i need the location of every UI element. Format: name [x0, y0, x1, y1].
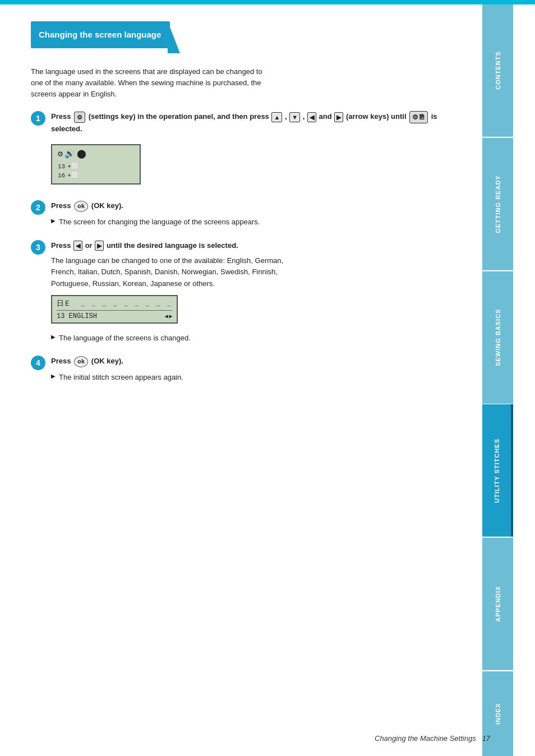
- settings-key-icon: ⚙: [74, 112, 85, 123]
- sidebar-tab-index[interactable]: INDEX: [482, 671, 513, 756]
- page-layout: Changing the screen language The languag…: [0, 4, 535, 756]
- section-title: Changing the screen language: [39, 30, 161, 39]
- lcd-icon-3: ⬤: [77, 149, 86, 160]
- page-footer: Changing the Machine Settings 17: [375, 734, 490, 743]
- sidebar-tab-appendix[interactable]: APPENDIX: [482, 538, 513, 670]
- right-arrow-key-3: ▶: [95, 241, 104, 251]
- step-1-content: Press ⚙ (settings key) in the operation …: [51, 111, 465, 190]
- step-4-instruction: Press ok (OK key).: [51, 356, 465, 367]
- footer-page-num: 17: [482, 734, 490, 743]
- step-4-bullet-1: The initial stitch screen appears again.: [51, 372, 465, 383]
- down-arrow-key: ▼: [289, 112, 300, 123]
- step-2-circle: 2: [31, 200, 45, 215]
- step-2-instruction: Press ok (OK key).: [51, 200, 465, 212]
- step-3-instruction: Press ◀ or ▶ until the desired language …: [51, 240, 465, 251]
- main-content: Changing the screen language The languag…: [0, 4, 482, 756]
- step-1-instruction: Press ⚙ (settings key) in the operation …: [51, 111, 465, 135]
- intro-text: The language used in the screens that ar…: [31, 66, 272, 100]
- step-2-content: Press ok (OK key). The screen for changi…: [51, 200, 465, 229]
- ok-key-step2: ok: [74, 201, 88, 213]
- sidebar-tab-contents[interactable]: CONTENTS: [482, 4, 513, 137]
- left-arrow-key: ◀: [307, 112, 316, 123]
- top-bar: [0, 0, 535, 4]
- up-arrow-key: ▲: [271, 112, 282, 123]
- lcd-lang-bottom: 13 ENGLISH ◀ ▶: [57, 312, 172, 320]
- left-arrow-key-3: ◀: [73, 241, 82, 251]
- lcd-lang-diagram: 日E _ _ _ _ _ _ _ _ _ 13 ENGLISH ◀ ▶: [51, 295, 178, 324]
- step-4-content: Press ok (OK key). The initial stitch sc…: [51, 356, 465, 385]
- grid-settings-icon: ⚙🖹: [409, 111, 428, 123]
- right-sidebar: CONTENTS GETTING READY SEWING BASICS UTI…: [482, 4, 513, 756]
- step-3-bullet-1: The language of the screens is changed.: [51, 333, 465, 344]
- footer-text: Changing the Machine Settings: [375, 734, 476, 743]
- sidebar-tab-sewing-basics[interactable]: SEWING BASICS: [482, 271, 513, 404]
- sidebar-tab-getting-ready[interactable]: GETTING READY: [482, 138, 513, 270]
- lcd-numbers: 13 16: [58, 163, 65, 180]
- section-header: Changing the screen language: [31, 21, 170, 48]
- lcd-icon-1: ⚙: [58, 149, 63, 160]
- lcd-lang-arrows: ◀ ▶: [164, 313, 172, 320]
- lcd-icon-2: 🔊: [64, 149, 75, 160]
- lcd-row-2: 13 16 +⬜ +⬜: [58, 163, 134, 180]
- step-3-body: The language can be changed to one of th…: [51, 255, 292, 289]
- lcd-row-1: ⚙ 🔊 ⬤: [58, 149, 134, 160]
- lcd-diagram-1: ⚙ 🔊 ⬤ 13 16 +⬜ +⬜: [51, 144, 141, 185]
- step-2-bullet-1: The screen for changing the language of …: [51, 216, 465, 228]
- ok-key-step4: ok: [74, 356, 88, 368]
- step-4-circle: 4: [31, 356, 45, 370]
- step-1-circle: 1: [31, 111, 45, 126]
- sidebar-tab-utility-stitches[interactable]: UTILITY STITCHES: [482, 404, 513, 537]
- step-3-block: 3 Press ◀ or ▶ until the desired languag…: [31, 240, 465, 346]
- lcd-lang-top: 日E _ _ _ _ _ _ _ _ _: [57, 298, 172, 311]
- step-4-block: 4 Press ok (OK key). The initial stitch …: [31, 356, 465, 385]
- step-2-block: 2 Press ok (OK key). The screen for chan…: [31, 200, 465, 229]
- step-3-circle: 3: [31, 240, 45, 255]
- step-1-block: 1 Press ⚙ (settings key) in the operatio…: [31, 111, 465, 190]
- step-3-content: Press ◀ or ▶ until the desired language …: [51, 240, 465, 346]
- right-arrow-key: ▶: [334, 112, 343, 123]
- lcd-lang-text: 13 ENGLISH: [57, 312, 97, 320]
- lcd-symbols: +⬜ +⬜: [67, 163, 79, 180]
